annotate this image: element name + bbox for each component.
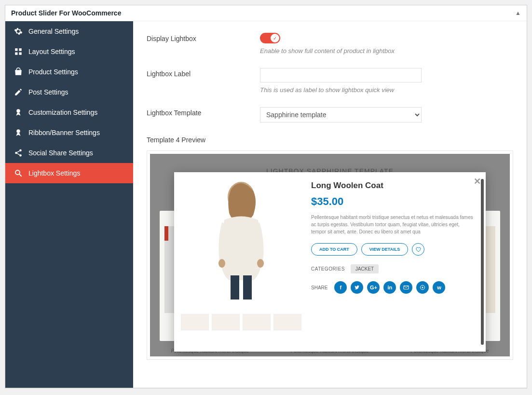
svg-rect-3	[19, 53, 22, 55]
field-label: Lightbox Template	[147, 107, 260, 117]
preview-section-label: Template 4 Preview	[147, 136, 513, 144]
sidebar-item-product[interactable]: Product Settings	[5, 62, 133, 82]
lightbox-gallery	[181, 179, 301, 345]
share-linkedin-icon[interactable]: in	[383, 281, 396, 294]
scrollbar[interactable]	[481, 179, 484, 345]
svg-rect-0	[15, 48, 17, 51]
preview-backdrop: LIGHTBOX SAPPHIRINE TEMPLATE LONG Q JACK…	[150, 154, 510, 356]
settings-panel: Product Slider For WooCommerce ▲ General…	[5, 5, 527, 388]
sidebar-item-lightbox[interactable]: Lightbox Settings	[5, 163, 133, 183]
sidebar-item-social[interactable]: Social Share Settings	[5, 143, 133, 163]
bag-icon	[14, 68, 23, 76]
share-email-icon[interactable]	[400, 281, 412, 294]
sidebar-item-layout[interactable]: Layout Settings	[5, 41, 133, 62]
add-to-cart-button[interactable]: ADD TO CART	[311, 243, 357, 256]
svg-rect-12	[231, 275, 239, 300]
sidebar-item-general[interactable]: General Settings	[5, 21, 133, 41]
field-lightbox-template: Lightbox Template Sapphirine template	[147, 107, 513, 123]
search-icon	[14, 169, 23, 177]
product-price: $35.00	[311, 195, 474, 208]
sidebar-item-label: General Settings	[28, 27, 79, 35]
thumbnail[interactable]	[273, 314, 301, 330]
thumbnail[interactable]	[212, 314, 240, 330]
svg-line-10	[19, 174, 22, 177]
svg-point-8	[19, 154, 22, 157]
panel-title: Product Slider For WooCommerce	[11, 9, 121, 17]
sidebar-item-label: Product Settings	[28, 68, 78, 76]
share-label: SHARE	[311, 285, 327, 290]
sidebar-item-label: Layout Settings	[28, 48, 75, 55]
gear-icon	[14, 27, 23, 36]
collapse-toggle-icon[interactable]: ▲	[515, 10, 521, 16]
wishlist-button[interactable]	[412, 243, 424, 256]
svg-point-4	[16, 109, 20, 113]
help-text: Enable to show full content of product i…	[260, 47, 513, 54]
product-title: Long Woolen Coat	[311, 181, 474, 191]
svg-rect-1	[19, 48, 22, 51]
help-text: This is used as label to show lightbox q…	[260, 86, 513, 94]
categories-label: CATEGORIES	[311, 266, 345, 272]
thumbnail[interactable]	[181, 314, 209, 330]
field-lightbox-label: Lightbox Label This is used as label to …	[147, 68, 513, 94]
product-description: Pellentesque habitant morbi tristique se…	[311, 214, 474, 235]
svg-rect-13	[243, 275, 252, 300]
thumbnail[interactable]	[243, 314, 271, 330]
product-main-image	[181, 179, 301, 304]
settings-content: Display Lightbox Enable to show full con…	[133, 21, 527, 388]
panel-header: Product Slider For WooCommerce ▲	[5, 5, 527, 21]
share-pinterest-icon[interactable]	[416, 281, 429, 294]
view-details-button[interactable]: VIEW DETAILS	[361, 243, 408, 256]
share-vk-icon[interactable]: w	[433, 281, 445, 294]
svg-point-14	[218, 259, 225, 268]
template-preview: LIGHTBOX SAPPHIRINE TEMPLATE LONG Q JACK…	[147, 150, 513, 360]
share-google-icon[interactable]: G+	[367, 281, 380, 294]
ribbon-icon	[14, 108, 23, 117]
lightbox-modal: ✕	[174, 172, 486, 352]
sidebar-item-post[interactable]: Post Settings	[5, 82, 133, 102]
svg-point-9	[15, 170, 20, 175]
svg-point-6	[19, 150, 22, 152]
lightbox-details: Long Woolen Coat $35.00 Pellentesque hab…	[311, 179, 479, 345]
layout-icon	[14, 47, 23, 56]
sidebar-item-label: Lightbox Settings	[28, 169, 80, 177]
svg-point-15	[257, 259, 264, 268]
svg-point-7	[15, 152, 17, 154]
sidebar-item-customization[interactable]: Customization Settings	[5, 102, 133, 123]
svg-point-17	[422, 287, 423, 288]
share-icon	[14, 149, 23, 157]
field-label: Lightbox Label	[147, 68, 260, 78]
edit-icon	[14, 88, 23, 96]
category-tag[interactable]: JACKET	[351, 264, 379, 273]
sidebar-item-ribbon[interactable]: Ribbon/Banner Settings	[5, 123, 133, 143]
lightbox-template-select[interactable]: Sapphirine template	[260, 107, 422, 123]
ribbon-icon	[14, 128, 23, 137]
field-label: Display Lightbox	[147, 33, 260, 42]
settings-sidebar: General Settings Layout Settings Product…	[5, 21, 133, 388]
thumbnail-row	[181, 314, 301, 330]
sidebar-item-label: Post Settings	[28, 88, 68, 96]
display-lightbox-toggle[interactable]	[260, 33, 280, 43]
sidebar-item-label: Ribbon/Banner Settings	[28, 129, 100, 136]
share-facebook-icon[interactable]: f	[334, 281, 347, 294]
field-display-lightbox: Display Lightbox Enable to show full con…	[147, 33, 513, 54]
sidebar-item-label: Social Share Settings	[28, 149, 93, 157]
svg-rect-2	[15, 53, 17, 55]
lightbox-label-input[interactable]	[260, 68, 422, 82]
sidebar-item-label: Customization Settings	[28, 109, 97, 116]
heart-icon	[415, 246, 421, 252]
share-twitter-icon[interactable]	[351, 281, 363, 294]
svg-point-5	[16, 129, 20, 133]
